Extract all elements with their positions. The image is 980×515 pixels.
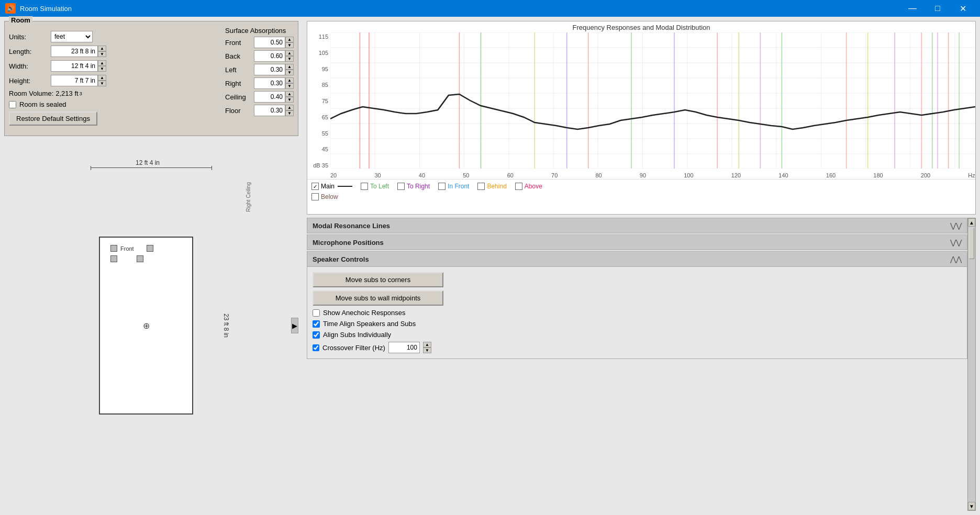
y-label-105: 105	[319, 50, 328, 56]
room-rectangle: Front ⊕	[99, 237, 193, 415]
surface-input-front[interactable]	[254, 37, 285, 48]
microphone-positions-header[interactable]: Microphone Positions ⋁⋁	[307, 234, 967, 250]
width-spinner: 12 ft 4 in ▲ ▼	[51, 60, 106, 72]
ceiling-down-btn[interactable]: ▼	[285, 97, 294, 103]
length-up-button[interactable]: ▲	[98, 46, 106, 51]
surface-input-ceiling[interactable]	[254, 91, 285, 103]
surface-label-front: Front	[225, 39, 254, 47]
x-label-70: 70	[551, 172, 558, 178]
floor-down-btn[interactable]: ▼	[285, 110, 294, 116]
y-axis: 115 105 95 85 75 65 55 45 dB 35	[307, 32, 330, 179]
scrollbar-thumb[interactable]	[969, 228, 974, 259]
surface-input-left[interactable]	[254, 64, 285, 75]
show-anechoic-checkbox[interactable]	[313, 309, 320, 317]
x-label-180: 180	[873, 172, 883, 178]
height-down-button[interactable]: ▼	[98, 81, 106, 86]
y-label-35: dB 35	[313, 162, 328, 169]
minimize-button[interactable]: —	[900, 0, 925, 17]
app-icon: 🔊	[5, 3, 16, 14]
height-up-button[interactable]: ▲	[98, 75, 106, 81]
speaker-controls-header[interactable]: Speaker Controls ⋀⋀	[307, 251, 967, 267]
front-down-btn[interactable]: ▼	[285, 42, 294, 48]
legend-infront[interactable]: In Front	[438, 183, 469, 190]
back-down-btn[interactable]: ▼	[285, 56, 294, 62]
surface-row-right: Right ▲ ▼	[225, 77, 294, 89]
crossover-up-btn[interactable]: ▲	[423, 342, 431, 348]
modal-resonance-toggle[interactable]: ⋁⋁	[950, 221, 962, 230]
scrollbar-up-button[interactable]: ▲	[968, 218, 975, 227]
right-up-btn[interactable]: ▲	[285, 77, 294, 83]
width-input[interactable]: 12 ft 4 in	[51, 60, 98, 72]
crossover-down-btn[interactable]: ▼	[423, 348, 431, 353]
show-anechoic-label: Show Anechoic Responses	[323, 309, 406, 317]
move-subs-midpoints-button[interactable]: Move subs to wall midpoints	[313, 290, 443, 306]
legend-toleft[interactable]: To Left	[361, 183, 389, 190]
width-spinner-buttons: ▲ ▼	[98, 60, 106, 72]
legend-toright-check[interactable]	[397, 183, 405, 190]
legend-behind-check[interactable]	[477, 183, 485, 190]
x-label-140: 140	[778, 172, 788, 178]
x-label-30: 30	[374, 172, 381, 178]
x-label-50: 50	[463, 172, 469, 178]
back-up-btn[interactable]: ▲	[285, 50, 294, 56]
front-up-btn[interactable]: ▲	[285, 37, 294, 42]
align-subs-checkbox[interactable]	[313, 331, 320, 339]
width-arrow	[91, 167, 212, 168]
legend-main[interactable]: ✓ Main	[311, 183, 352, 190]
surface-input-floor[interactable]	[254, 105, 285, 116]
legend-below[interactable]: Below	[311, 193, 338, 200]
microphone-positions-toggle[interactable]: ⋁⋁	[950, 238, 962, 247]
units-select[interactable]: feet meters	[51, 31, 93, 42]
height-input[interactable]: 7 ft 7 in	[51, 75, 98, 86]
left-down-btn[interactable]: ▼	[285, 70, 294, 75]
time-align-checkbox[interactable]	[313, 320, 320, 328]
x-label-120: 120	[731, 172, 741, 178]
floor-up-btn[interactable]: ▲	[285, 105, 294, 110]
room-diagram: 12 ft 4 in 23 ft 8 in Right Ceiling Fron…	[4, 140, 298, 511]
sub-icon-1	[110, 255, 117, 262]
sealed-checkbox[interactable]	[9, 101, 16, 108]
restore-button[interactable]: Restore Default Settings	[9, 111, 97, 126]
ceiling-up-btn[interactable]: ▲	[285, 91, 294, 97]
x-label-60: 60	[507, 172, 514, 178]
surface-row-ceiling: Ceiling ▲ ▼	[225, 91, 294, 103]
legend-main-label: Main	[321, 183, 335, 190]
close-button[interactable]: ✕	[951, 0, 975, 17]
width-up-button[interactable]: ▲	[98, 60, 106, 66]
legend-toright[interactable]: To Right	[397, 183, 430, 190]
scrollbar-down-button[interactable]: ▼	[968, 502, 975, 510]
legend-below-check[interactable]	[311, 193, 319, 200]
left-panel: Room Units: feet meters Length: 23 ft 8 …	[0, 17, 303, 515]
move-subs-corners-button[interactable]: Move subs to corners	[313, 272, 443, 287]
surface-fields: Front ▲ ▼ Back ▲ ▼	[225, 37, 294, 116]
surface-row-front: Front ▲ ▼	[225, 37, 294, 48]
length-spinner-buttons: ▲ ▼	[98, 46, 106, 57]
legend-above-check[interactable]	[515, 183, 522, 190]
crossover-input[interactable]: 100	[388, 342, 420, 353]
x-label-100: 100	[684, 172, 693, 178]
legend-behind[interactable]: Behind	[477, 183, 506, 190]
right-down-btn[interactable]: ▼	[285, 83, 294, 89]
y-label-55: 55	[322, 130, 328, 137]
legend-toleft-check[interactable]	[361, 183, 368, 190]
chart-plot: 20 30 40 50 60 70 80 90 100 120 140 160 …	[330, 32, 975, 179]
left-up-btn[interactable]: ▲	[285, 64, 294, 70]
crossover-checkbox[interactable]	[313, 344, 319, 351]
room-group-title: Room	[9, 16, 32, 24]
length-input[interactable]: 23 ft 8 in	[51, 46, 98, 57]
modal-resonance-header[interactable]: Modal Resonance Lines ⋁⋁	[307, 218, 967, 233]
legend-infront-check[interactable]	[438, 183, 446, 190]
legend-above[interactable]: Above	[515, 183, 542, 190]
speaker-controls-toggle[interactable]: ⋀⋀	[950, 255, 962, 263]
panel-collapse-button[interactable]: ▶	[291, 318, 298, 333]
surface-input-back[interactable]	[254, 50, 285, 62]
surface-section: Surface Absorptions Front ▲ ▼ Back	[225, 27, 294, 118]
legend-row2: Below	[311, 193, 971, 200]
legend-infront-label: In Front	[448, 183, 469, 190]
legend-main-check[interactable]: ✓	[311, 183, 319, 190]
width-down-button[interactable]: ▼	[98, 66, 106, 72]
surface-input-right[interactable]	[254, 77, 285, 89]
length-down-button[interactable]: ▼	[98, 51, 106, 57]
maximize-button[interactable]: □	[926, 0, 950, 17]
right-ceiling-label: Right Ceiling	[246, 182, 251, 212]
